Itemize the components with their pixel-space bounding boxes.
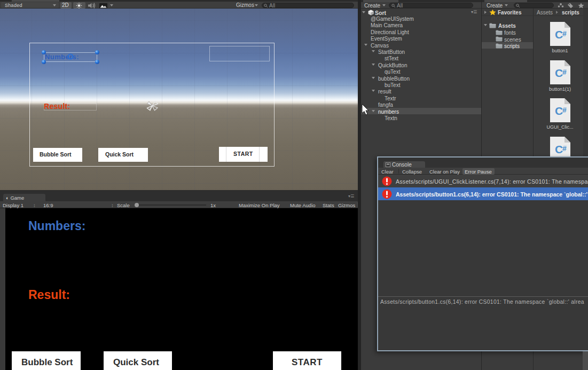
svg-text:#: # [562,29,567,38]
svg-text:C: C [555,67,563,79]
svg-text:#: # [562,106,567,114]
svg-text:C: C [555,105,563,117]
svg-text:#: # [562,144,567,153]
svg-text:C: C [555,143,563,155]
svg-text:#: # [562,68,567,76]
svg-text:C: C [555,28,563,41]
